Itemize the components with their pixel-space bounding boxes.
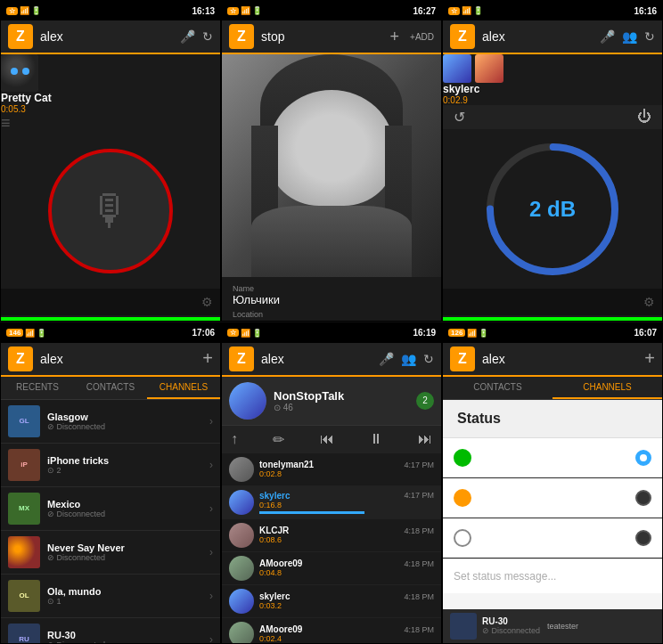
reset-icon[interactable]: ↺ [454, 109, 465, 126]
add-label-p2[interactable]: +ADD [410, 32, 434, 42]
thumb-label-ru: RU [19, 635, 29, 643]
msg-header-4: AMoore09 4:18 PM [259, 558, 434, 568]
channel-info-ru: RU-30 ⊘ Disconnected [47, 630, 209, 643]
msg-header-5: skylerc 4:18 PM [259, 591, 434, 601]
list-item[interactable]: iP iPhone tricks ⊙ 2 › [1, 444, 220, 487]
zello-logo-p1: Z [8, 24, 33, 49]
msg-sender-1: tonelyman21 [259, 460, 314, 469]
status-indicator-busy [454, 489, 471, 507]
next-icon-p5[interactable]: ⏭ [418, 431, 432, 447]
set-status-message-btn[interactable]: Set status message... [443, 558, 662, 593]
msg-duration-4: 0:04.8 [259, 568, 434, 577]
tab-channels[interactable]: CHANNELS [147, 377, 220, 399]
tab-contacts[interactable]: CONTACTS [74, 377, 147, 399]
channel-status-iphone: ⊙ 2 [47, 466, 209, 475]
tab-recents[interactable]: RECENTS [1, 377, 74, 399]
status-radio-busy[interactable] [635, 490, 651, 506]
ptt-button[interactable]: 🎙 [48, 149, 173, 273]
status-bar-p6: 126 📶 🔋 16:07 [443, 323, 662, 343]
list-item[interactable]: MX Mexico ⊘ Disconnected › [1, 487, 220, 531]
status-icons-left: ☆ 📶 🔋 [6, 6, 41, 15]
username-p6: alex [482, 352, 644, 366]
msg-avatar-5 [229, 589, 254, 614]
add-icon-p2[interactable]: + [390, 28, 400, 46]
list-item[interactable]: OL Ola, mundo ⊙ 1 › [1, 575, 220, 618]
bottom-channel-info: RU-30 ⊘ Disconnected [482, 616, 540, 635]
status-radio-available[interactable] [635, 450, 651, 466]
status-bar-p5: ☆ 📶 🔋 16:19 [222, 323, 441, 343]
status-option-offline[interactable]: Offline [443, 518, 662, 558]
signal-icon-p2: 📶 [241, 6, 250, 15]
list-item[interactable]: RU RU-30 ⊘ Disconnected › [1, 618, 220, 643]
tab-channels-p6[interactable]: CHANNELS [552, 377, 662, 399]
bottom-channel-p6[interactable]: RU-30 ⊘ Disconnected teatester [450, 613, 655, 640]
mic-icon-p5[interactable]: 🎤 [379, 352, 394, 366]
channel-name-ola: Ola, mundo [47, 586, 209, 597]
time-p1: 16:13 [192, 6, 215, 16]
msg-header-1: tonelyman21 4:17 PM [259, 460, 434, 469]
thumb-label-glasgow: GL [19, 417, 29, 425]
tab-contacts-p6[interactable]: CONTACTS [443, 377, 552, 399]
status-icons-left-p2: ☆ 📶 🔋 [227, 6, 262, 15]
menu-icon-p1[interactable]: ≡ [1, 114, 220, 133]
signal-bar-p1 [1, 317, 220, 321]
battery-icon-p4: 🔋 [37, 329, 46, 338]
chat-msg-2[interactable]: skylerc 4:17 PM 0:16.8 [222, 486, 441, 519]
status-option-available[interactable]: Available [443, 438, 662, 478]
app-header-p5: Z alex 🎤 👥 ↻ [222, 343, 441, 377]
contacts-icon-p5[interactable]: 👥 [401, 352, 416, 366]
status-dialog: Status Available Busy Offline Set status… [443, 400, 662, 609]
refresh-icon-p5[interactable]: ↻ [423, 352, 434, 366]
channel-thumb-glasgow: GL [8, 405, 40, 437]
edit-icon-p5[interactable]: ✏ [273, 431, 284, 448]
zello-logo-p3: Z [450, 24, 475, 49]
settings-icon-p1[interactable]: ⚙ [201, 295, 213, 309]
notification-badge-p6: 126 [448, 329, 465, 337]
radio-dot [640, 454, 647, 461]
settings-icon-p3[interactable]: ⚙ [643, 295, 655, 309]
signal-icon-p3: 📶 [462, 6, 471, 15]
channel-thumb-ola: OL [8, 580, 40, 612]
chat-msg-1[interactable]: tonelyman21 4:17 PM 0:02.8 [222, 453, 441, 486]
msg-content-1: tonelyman21 4:17 PM 0:02.8 [259, 460, 434, 478]
list-item[interactable]: Never Say Never ⊘ Disconnected › [1, 531, 220, 575]
channel-name-mexico: Mexico [47, 499, 209, 509]
contact-info-p3: skylerc 0:02.9 [443, 83, 662, 105]
share-icon-p5[interactable]: ↑ [231, 431, 238, 447]
list-item[interactable]: GL Glasgow ⊘ Disconnected › [1, 400, 220, 444]
signal-bar-p3 [443, 317, 662, 321]
chat-msg-5[interactable]: skylerc 4:18 PM 0:03.2 [222, 585, 441, 618]
time-p6: 16:07 [634, 328, 657, 338]
play-icon-p5[interactable]: ⏸ [369, 431, 383, 447]
add-button-p4[interactable]: + [202, 348, 213, 369]
status-label-busy: Busy [482, 491, 635, 504]
add-button-p6[interactable]: + [644, 348, 655, 369]
app-header-p6: Z alex + [443, 343, 662, 377]
profile-info: Name Юльчики Location [222, 277, 441, 322]
status-radio-offline[interactable] [635, 530, 651, 546]
msg-content-3: KLCJR 4:18 PM 0:08.6 [259, 526, 434, 544]
refresh-icon-p1[interactable]: ↻ [202, 29, 213, 44]
status-option-busy[interactable]: Busy [443, 478, 662, 518]
arrow-icon-ru: › [209, 633, 213, 643]
power-icon[interactable]: ⏻ [637, 109, 651, 126]
msg-content-5: skylerc 4:18 PM 0:03.2 [259, 591, 434, 610]
refresh-icon-p3[interactable]: ↻ [644, 29, 655, 44]
mic-icon-p3[interactable]: 🎤 [600, 29, 615, 44]
thumb-label-mexico: MX [19, 504, 29, 512]
channel-info-iphone: iPhone tricks ⊙ 2 [47, 455, 209, 475]
status-icons-left-p5: ☆ 📶 🔋 [227, 329, 262, 338]
channel-thumb-mexico: MX [8, 493, 40, 525]
mic-icon-p1[interactable]: 🎤 [180, 29, 195, 44]
chat-msg-6[interactable]: AMoore09 4:18 PM 0:02.4 [222, 618, 441, 643]
channel-name-p5: NonStopTalk [274, 389, 344, 403]
prev-icon-p5[interactable]: ⏮ [320, 431, 334, 447]
bottom-thumb-ru [450, 613, 477, 640]
battery-icon-p6: 🔋 [479, 329, 488, 338]
msg-avatar-1 [229, 457, 254, 482]
contacts-icon-p3[interactable]: 👥 [622, 29, 637, 44]
chat-msg-4[interactable]: AMoore09 4:18 PM 0:04.8 [222, 552, 441, 585]
chat-msg-3[interactable]: KLCJR 4:18 PM 0:08.6 [222, 519, 441, 552]
battery-icon-p5: 🔋 [252, 329, 262, 338]
channel-status-glasgow: ⊘ Disconnected [47, 422, 209, 431]
